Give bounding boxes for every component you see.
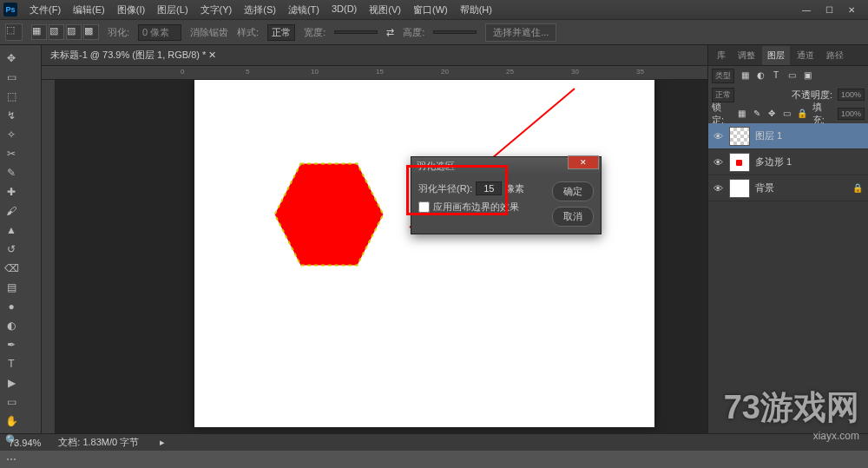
ruler-tick: 10 bbox=[311, 68, 319, 76]
feather-input[interactable]: 0 像素 bbox=[138, 24, 181, 41]
type-tool[interactable]: T bbox=[3, 355, 20, 372]
radius-label: 羽化半径(R): bbox=[418, 182, 472, 195]
canvas-holder[interactable] bbox=[56, 80, 707, 433]
menu-edit[interactable]: 编辑(E) bbox=[68, 1, 110, 19]
filter-shape-icon[interactable]: ▭ bbox=[786, 70, 797, 81]
menu-layer[interactable]: 图层(L) bbox=[152, 1, 193, 19]
filter-adjust-icon[interactable]: ◐ bbox=[755, 70, 766, 81]
visibility-icon[interactable]: 👁 bbox=[713, 131, 724, 142]
history-brush-tool[interactable]: ↺ bbox=[3, 241, 20, 258]
eyedropper-tool[interactable]: ✎ bbox=[3, 164, 20, 181]
fill-select[interactable]: 100% bbox=[838, 108, 865, 120]
more-tool[interactable]: ⋯ bbox=[3, 451, 20, 468]
opacity-select[interactable]: 100% bbox=[838, 89, 865, 101]
cancel-button[interactable]: 取消 bbox=[552, 207, 594, 227]
artboard-tool[interactable]: ▭ bbox=[3, 69, 20, 86]
window-controls: — ☐ ✕ bbox=[799, 5, 865, 15]
layer-name[interactable]: 多边形 1 bbox=[755, 155, 792, 168]
ruler-tick: 30 bbox=[571, 68, 579, 76]
menu-view[interactable]: 视图(V) bbox=[364, 1, 406, 19]
lasso-tool[interactable]: ↯ bbox=[3, 107, 20, 124]
lock-pixels-icon[interactable]: ▦ bbox=[737, 109, 746, 119]
eraser-tool[interactable]: ⌫ bbox=[3, 260, 20, 277]
magic-wand-tool[interactable]: ✧ bbox=[3, 126, 20, 143]
lock-pos-icon[interactable]: ✥ bbox=[766, 109, 776, 119]
tab-layers[interactable]: 图层 bbox=[762, 46, 790, 65]
layer-row-2[interactable]: 👁 多边形 1 bbox=[708, 149, 868, 175]
tab-library[interactable]: 库 bbox=[712, 46, 731, 65]
move-tool[interactable]: ✥ bbox=[3, 49, 20, 67]
blur-tool[interactable]: ● bbox=[3, 298, 20, 315]
filter-pixel-icon[interactable]: ▦ bbox=[740, 70, 750, 81]
menu-help[interactable]: 帮助(H) bbox=[455, 1, 497, 19]
dialog-titlebar[interactable]: 羽化选区 ✕ bbox=[411, 157, 601, 175]
ruler-tick: 15 bbox=[376, 68, 384, 76]
refine-button[interactable]: 选择并遮住... bbox=[485, 23, 556, 42]
feather-dialog[interactable]: 羽化选区 ✕ 羽化半径(R): 像素 应用画布边界的效果 确定 取消 bbox=[411, 156, 602, 234]
doc-info[interactable]: 文档: 1.83M/0 字节 bbox=[58, 436, 139, 449]
workspace: 未标题-1 @ 73.9% (图层 1, RGB/8) * ✕ 0 5 10 1… bbox=[42, 45, 707, 433]
lock-brush-icon[interactable]: ✎ bbox=[752, 109, 761, 119]
brush-tool[interactable]: 🖌 bbox=[3, 202, 20, 220]
apply-canvas-checkbox[interactable] bbox=[418, 201, 430, 213]
status-arrow-icon[interactable]: ▸ bbox=[160, 437, 165, 448]
ruler-tick: 20 bbox=[441, 68, 449, 76]
visibility-icon[interactable]: 👁 bbox=[713, 183, 724, 194]
zoom-level[interactable]: 73.94% bbox=[9, 438, 41, 448]
pen-tool[interactable]: ✒ bbox=[3, 336, 20, 353]
menu-filter[interactable]: 滤镜(T) bbox=[283, 1, 325, 19]
document-tab[interactable]: 未标题-1 @ 73.9% (图层 1, RGB/8) * ✕ bbox=[42, 45, 707, 66]
crop-tool[interactable]: ✂ bbox=[3, 145, 20, 162]
selection-new-icon[interactable]: ▦ bbox=[31, 24, 47, 40]
gradient-tool[interactable]: ▤ bbox=[3, 279, 20, 296]
visibility-icon[interactable]: 👁 bbox=[713, 157, 724, 168]
layer-name[interactable]: 图层 1 bbox=[755, 129, 782, 142]
marquee-tool[interactable]: ⬚ bbox=[3, 88, 20, 105]
horizontal-ruler: 0 5 10 15 20 25 30 35 bbox=[42, 66, 707, 80]
svg-marker-0 bbox=[275, 164, 384, 266]
filter-smart-icon[interactable]: ▣ bbox=[802, 70, 812, 81]
shape-tool[interactable]: ▭ bbox=[3, 393, 20, 411]
ok-button[interactable]: 确定 bbox=[552, 181, 594, 201]
current-tool-indicator[interactable]: ⬚ bbox=[5, 23, 23, 41]
close-button[interactable]: ✕ bbox=[844, 5, 859, 15]
menu-3d[interactable]: 3D(D) bbox=[326, 1, 362, 19]
dialog-title: 羽化选区 bbox=[417, 160, 455, 173]
stamp-tool[interactable]: ▲ bbox=[3, 221, 20, 239]
selection-add-icon[interactable]: ▧ bbox=[49, 24, 64, 40]
selection-sub-icon[interactable]: ▨ bbox=[66, 24, 82, 40]
path-select-tool[interactable]: ▶ bbox=[3, 374, 20, 392]
menu-image[interactable]: 图像(I) bbox=[112, 1, 150, 19]
layer-row-1[interactable]: 👁 图层 1 bbox=[708, 123, 868, 149]
blend-mode-select[interactable]: 正常 bbox=[712, 88, 734, 102]
options-bar: ⬚ ▦▧▨▩ 羽化: 0 像素 消除锯齿 样式: 正常 宽度: ⇄ 高度: 选择… bbox=[0, 19, 868, 45]
hand-tool[interactable]: ✋ bbox=[3, 412, 20, 430]
dodge-tool[interactable]: ◐ bbox=[3, 317, 20, 334]
menu-file[interactable]: 文件(F) bbox=[24, 1, 66, 19]
filter-kind-select[interactable]: 类型 bbox=[712, 69, 734, 83]
width-input[interactable] bbox=[334, 30, 378, 34]
filter-text-icon[interactable]: T bbox=[771, 70, 781, 81]
ruler-tick: 0 bbox=[181, 68, 184, 76]
swap-wh-icon[interactable]: ⇄ bbox=[386, 27, 394, 38]
layer-name[interactable]: 背景 bbox=[755, 181, 774, 194]
layer-row-bg[interactable]: 👁 背景 🔒 bbox=[708, 175, 868, 201]
radius-input[interactable] bbox=[476, 181, 502, 195]
style-select[interactable]: 正常 bbox=[267, 24, 295, 41]
menu-select[interactable]: 选择(S) bbox=[239, 1, 281, 19]
menu-type[interactable]: 文字(Y) bbox=[195, 1, 238, 19]
dialog-close-button[interactable]: ✕ bbox=[568, 155, 599, 169]
tab-paths[interactable]: 路径 bbox=[821, 46, 849, 65]
maximize-button[interactable]: ☐ bbox=[821, 5, 837, 15]
healing-tool[interactable]: ✚ bbox=[3, 183, 20, 201]
tab-channels[interactable]: 通道 bbox=[792, 46, 819, 65]
lock-art-icon[interactable]: ▭ bbox=[782, 109, 792, 119]
menu-window[interactable]: 窗口(W) bbox=[408, 1, 453, 19]
lock-all-icon[interactable]: 🔒 bbox=[797, 109, 807, 119]
selection-int-icon[interactable]: ▩ bbox=[83, 24, 99, 40]
height-input[interactable] bbox=[433, 30, 477, 34]
minimize-button[interactable]: — bbox=[799, 5, 814, 15]
layer-thumb bbox=[729, 153, 750, 172]
tab-adjust[interactable]: 调整 bbox=[733, 46, 760, 65]
canvas[interactable] bbox=[194, 80, 654, 427]
